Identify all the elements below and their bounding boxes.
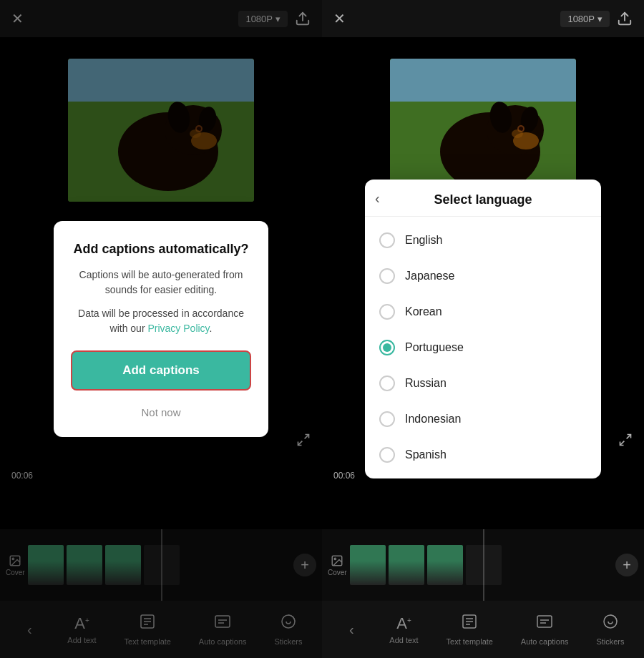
add-captions-button[interactable]: Add captions bbox=[71, 350, 251, 391]
modal-title: Add captions automatically? bbox=[71, 241, 251, 257]
privacy-policy-link[interactable]: Privacy Policy bbox=[147, 323, 209, 334]
lang-name-russian: Russian bbox=[405, 377, 447, 390]
lang-name-spanish: Spanish bbox=[405, 448, 447, 461]
lang-name-korean: Korean bbox=[405, 305, 442, 318]
lang-back-button[interactable]: ‹ bbox=[375, 190, 380, 206]
modal-privacy: Data will be processed in accordance wit… bbox=[71, 306, 251, 336]
lang-item-english[interactable]: English bbox=[365, 222, 601, 258]
radio-english bbox=[379, 232, 395, 248]
lang-item-portuguese[interactable]: Portuguese bbox=[365, 330, 601, 365]
lang-header: ‹ Select language bbox=[365, 180, 601, 217]
lang-item-korean[interactable]: Korean bbox=[365, 294, 601, 330]
radio-portuguese bbox=[379, 340, 395, 355]
lang-name-indonesian: Indonesian bbox=[405, 413, 461, 426]
add-captions-modal-overlay: Add captions automatically? Captions wil… bbox=[0, 0, 322, 658]
radio-japanese bbox=[379, 268, 395, 284]
radio-russian bbox=[379, 375, 395, 391]
lang-item-indonesian[interactable]: Indonesian bbox=[365, 401, 601, 437]
lang-name-english: English bbox=[405, 234, 442, 247]
modal-description: Captions will be auto-generated from sou… bbox=[71, 267, 251, 298]
select-language-modal-overlay: ‹ Select language EnglishJapaneseKoreanP… bbox=[322, 0, 644, 658]
lang-name-japanese: Japanese bbox=[405, 270, 454, 283]
radio-spanish bbox=[379, 447, 395, 463]
add-captions-modal: Add captions automatically? Captions wil… bbox=[54, 221, 268, 437]
lang-name-portuguese: Portuguese bbox=[405, 341, 464, 354]
select-language-modal: ‹ Select language EnglishJapaneseKoreanP… bbox=[365, 180, 601, 478]
left-panel: ✕ 1080P ▾ bbox=[0, 0, 322, 658]
not-now-button[interactable]: Not now bbox=[137, 402, 185, 423]
lang-item-spanish[interactable]: Spanish bbox=[365, 437, 601, 473]
radio-indonesian bbox=[379, 411, 395, 427]
lang-item-japanese[interactable]: Japanese bbox=[365, 258, 601, 294]
lang-item-russian[interactable]: Russian bbox=[365, 365, 601, 401]
language-list: EnglishJapaneseKoreanPortugueseRussianIn… bbox=[365, 217, 601, 478]
lang-modal-title: Select language bbox=[434, 192, 532, 207]
right-panel: ✕ 1080P ▾ bbox=[322, 0, 644, 658]
radio-korean bbox=[379, 304, 395, 320]
